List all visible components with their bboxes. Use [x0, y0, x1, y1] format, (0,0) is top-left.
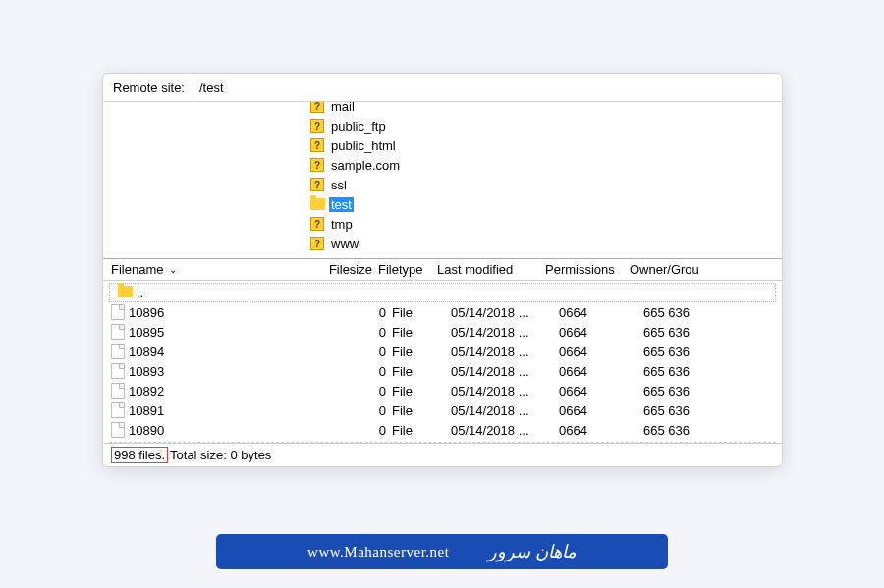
file-owner: 665 636 — [643, 305, 734, 320]
file-row[interactable]: 10892 0 File 05/14/2018 ... 0664 665 636 — [103, 381, 782, 401]
file-size: 0 — [337, 345, 392, 359]
file-type: File — [392, 423, 451, 438]
file-permissions: 0664 — [559, 325, 643, 340]
address-input[interactable] — [193, 74, 782, 101]
file-type: File — [392, 325, 451, 340]
file-size: 0 — [337, 384, 392, 399]
file-name: 10891 — [129, 403, 337, 418]
question-icon: ? — [309, 216, 325, 232]
file-owner: 665 636 — [643, 325, 734, 340]
file-name: 10896 — [129, 305, 337, 320]
parent-dir-label: .. — [137, 286, 143, 300]
banner-logo: ماهان سرور — [488, 541, 577, 562]
file-icon — [111, 383, 125, 399]
directory-tree[interactable]: ? mail ? public_ftp ? public_html ? samp… — [103, 102, 782, 259]
col-filesize[interactable]: Filesize — [323, 260, 378, 279]
branding-banner: www.Mahanserver.net ماهان سرور — [216, 534, 668, 569]
file-type: File — [392, 305, 451, 320]
file-permissions: 0664 — [559, 403, 643, 418]
question-icon: ? — [309, 157, 325, 173]
file-name: 10895 — [129, 325, 337, 340]
file-size: 0 — [337, 364, 392, 379]
tree-item-label: public_html — [329, 138, 398, 153]
question-icon: ? — [309, 177, 325, 192]
tree-item[interactable]: ? public_ftp — [103, 116, 782, 135]
file-row[interactable]: 10896 0 File 05/14/2018 ... 0664 665 636 — [103, 302, 782, 322]
file-owner: 665 636 — [643, 345, 734, 359]
col-filename-label: Filename — [111, 262, 163, 277]
folder-icon — [309, 196, 325, 212]
file-list[interactable]: .. 10896 0 File 05/14/2018 ... 0664 665 … — [103, 283, 782, 443]
file-name: 10890 — [129, 423, 337, 438]
file-size: 0 — [337, 325, 392, 340]
tree-item[interactable]: ? sample.com — [103, 155, 782, 175]
address-label: Remote site: — [103, 75, 193, 101]
col-filename[interactable]: Filename ⌄ — [111, 260, 323, 279]
file-size: 0 — [337, 403, 392, 418]
question-icon: ? — [309, 236, 325, 251]
folder-icon — [118, 286, 133, 300]
file-permissions: 0664 — [559, 305, 643, 320]
file-type: File — [392, 403, 451, 418]
file-row[interactable]: 10895 0 File 05/14/2018 ... 0664 665 636 — [103, 322, 782, 342]
file-name: 10893 — [129, 364, 337, 379]
file-row[interactable]: 10891 0 File 05/14/2018 ... 0664 665 636 — [103, 401, 782, 420]
file-icon — [111, 422, 125, 438]
banner-url: www.Mahanserver.net — [307, 544, 449, 561]
question-icon: ? — [309, 137, 325, 153]
file-icon — [111, 324, 125, 340]
tree-item[interactable]: ? tmp — [103, 214, 782, 234]
file-icon — [111, 344, 125, 359]
tree-item[interactable]: ? public_html — [103, 135, 782, 155]
tree-item[interactable]: ? www — [103, 234, 782, 253]
file-row[interactable]: 10894 0 File 05/14/2018 ... 0664 665 636 — [103, 342, 782, 361]
file-row[interactable]: 10890 0 File 05/14/2018 ... 0664 665 636 — [103, 420, 782, 440]
file-permissions: 0664 — [559, 364, 643, 379]
file-row[interactable]: 10893 0 File 05/14/2018 ... 0664 665 636 — [103, 361, 782, 381]
tree-item-label: mail — [329, 102, 357, 114]
tree-item-label: tmp — [329, 217, 355, 232]
file-permissions: 0664 — [559, 345, 643, 359]
col-permissions[interactable]: Permissions — [545, 260, 630, 279]
tree-item-label: public_ftp — [329, 119, 388, 134]
tree-item[interactable]: ? ssl — [103, 175, 782, 194]
status-file-count: 998 files. — [111, 447, 168, 463]
file-owner: 665 636 — [643, 384, 734, 399]
tree-item-selected[interactable]: test — [103, 194, 782, 214]
col-owner[interactable]: Owner/Grou — [630, 260, 720, 279]
column-headers: Filename ⌄ Filesize Filetype Last modifi… — [103, 259, 782, 281]
question-icon: ? — [309, 102, 325, 114]
sort-chevron-icon: ⌄ — [169, 264, 177, 275]
file-modified: 05/14/2018 ... — [451, 345, 559, 359]
file-icon — [111, 304, 125, 320]
col-modified[interactable]: Last modified — [437, 260, 545, 279]
tree-item-label: ssl — [329, 178, 349, 192]
file-modified: 05/14/2018 ... — [451, 325, 559, 340]
file-permissions: 0664 — [559, 423, 643, 438]
tree-item-label: www — [329, 237, 360, 251]
question-icon: ? — [309, 118, 325, 134]
file-icon — [111, 402, 125, 418]
file-type: File — [392, 364, 451, 379]
address-bar: Remote site: — [103, 74, 782, 102]
file-permissions: 0664 — [559, 384, 643, 399]
file-name: 10894 — [129, 345, 337, 359]
file-owner: 665 636 — [643, 423, 734, 438]
col-filetype[interactable]: Filetype — [378, 260, 437, 279]
file-icon — [111, 363, 125, 379]
file-owner: 665 636 — [643, 403, 734, 418]
file-modified: 05/14/2018 ... — [451, 364, 559, 379]
file-modified: 05/14/2018 ... — [451, 384, 559, 399]
parent-dir-row[interactable]: .. — [109, 283, 776, 302]
status-bar: 998 files. Total size: 0 bytes — [103, 443, 782, 466]
tree-item-label: sample.com — [329, 158, 402, 173]
file-modified: 05/14/2018 ... — [451, 423, 559, 438]
ftp-window: Remote site: ? mail ? public_ftp ? publi… — [102, 73, 783, 467]
file-modified: 05/14/2018 ... — [451, 305, 559, 320]
tree-item[interactable]: ? mail — [103, 102, 782, 116]
file-name: 10892 — [129, 384, 337, 399]
file-size: 0 — [337, 305, 392, 320]
file-type: File — [392, 345, 451, 359]
tree-item-label: test — [329, 197, 354, 212]
status-total-size: Total size: 0 bytes — [170, 448, 271, 462]
